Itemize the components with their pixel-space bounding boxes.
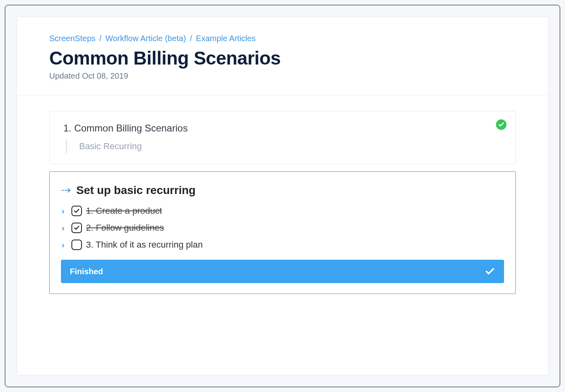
expand-chevron-icon[interactable]: › bbox=[62, 224, 67, 232]
article-body: 1. Common Billing Scenarios Basic Recurr… bbox=[17, 96, 548, 309]
progress-card: 1. Common Billing Scenarios Basic Recurr… bbox=[49, 111, 516, 164]
workflow-header: Set up basic recurring bbox=[61, 184, 504, 197]
breadcrumb-separator: / bbox=[190, 34, 192, 43]
expand-chevron-icon[interactable]: › bbox=[62, 207, 67, 215]
checklist-item: › 3. Think of it as recurring plan bbox=[62, 240, 504, 250]
article-header: ScreenSteps / Workflow Article (beta) / … bbox=[17, 17, 548, 96]
finished-button[interactable]: Finished bbox=[61, 260, 504, 283]
checklist: › 1. Create a product › 2. Follow guidel… bbox=[61, 206, 504, 250]
checklist-item-label: 3. Think of it as recurring plan bbox=[86, 240, 203, 250]
checklist-item: › 2. Follow guidelines bbox=[62, 223, 504, 233]
page-title: Common Billing Scenarios bbox=[49, 47, 516, 69]
checklist-item-label: 2. Follow guidelines bbox=[86, 223, 164, 233]
check-icon bbox=[485, 266, 495, 277]
checkbox[interactable] bbox=[71, 240, 82, 250]
workflow-card: Set up basic recurring › 1. Create a pro… bbox=[49, 171, 516, 294]
checkbox[interactable] bbox=[71, 206, 82, 216]
complete-check-icon bbox=[496, 119, 506, 130]
dotted-arrow-icon bbox=[61, 186, 71, 194]
breadcrumb: ScreenSteps / Workflow Article (beta) / … bbox=[49, 34, 516, 43]
updated-date: Updated Oct 08, 2019 bbox=[49, 71, 516, 81]
outer-frame: ScreenSteps / Workflow Article (beta) / … bbox=[5, 5, 560, 387]
progress-subtitle: Basic Recurring bbox=[77, 140, 502, 153]
finished-button-label: Finished bbox=[70, 267, 103, 276]
breadcrumb-link-examples[interactable]: Example Articles bbox=[196, 34, 256, 43]
progress-title: 1. Common Billing Scenarios bbox=[63, 123, 502, 134]
article-card: ScreenSteps / Workflow Article (beta) / … bbox=[17, 17, 548, 375]
progress-subsection: Basic Recurring bbox=[66, 140, 502, 153]
svg-point-2 bbox=[65, 190, 66, 191]
workflow-title: Set up basic recurring bbox=[76, 184, 196, 197]
checklist-item: › 1. Create a product bbox=[62, 206, 504, 216]
expand-chevron-icon[interactable]: › bbox=[62, 241, 67, 249]
checklist-item-label: 1. Create a product bbox=[86, 206, 162, 216]
breadcrumb-link-workflow[interactable]: Workflow Article (beta) bbox=[105, 34, 186, 43]
breadcrumb-link-screensteps[interactable]: ScreenSteps bbox=[49, 34, 96, 43]
svg-point-0 bbox=[61, 190, 63, 191]
checkbox[interactable] bbox=[71, 223, 82, 233]
breadcrumb-separator: / bbox=[99, 34, 102, 43]
svg-point-1 bbox=[63, 190, 65, 191]
